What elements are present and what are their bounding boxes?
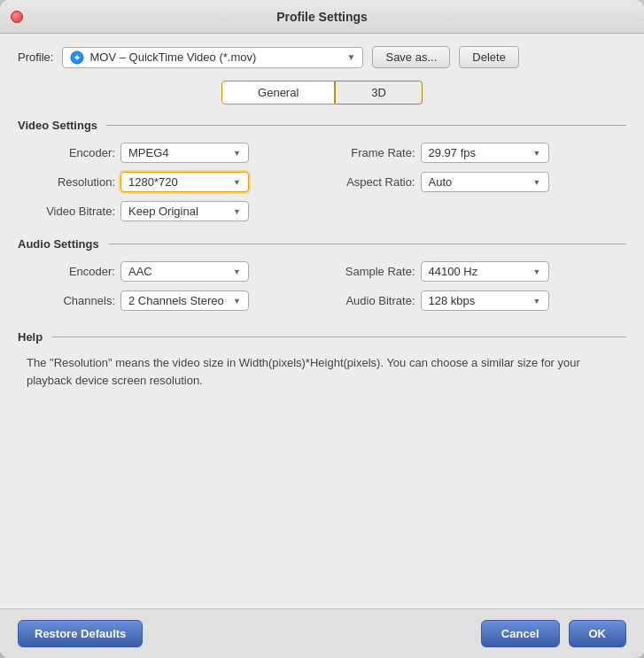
profile-chevron-icon: ▼ [347,52,356,62]
profile-label: Profile: [18,50,53,64]
sample-rate-select[interactable]: 44100 Hz ▼ [421,261,549,282]
video-settings-header: Video Settings [18,119,626,132]
aspect-ratio-value: Auto [429,175,530,189]
video-settings-section: Video Settings Encoder: MPEG4 ▼ Frame Ra… [18,119,626,221]
encoder-label: Encoder: [27,146,115,159]
help-header: Help [18,330,626,344]
footer-right: Cancel OK [481,620,626,647]
footer: Restore Defaults Cancel OK [0,608,644,658]
video-bitrate-row: Video Bitrate: Keep Original ▼ [27,201,318,221]
audio-settings-form: Encoder: AAC ▼ Sample Rate: 44100 Hz ▼ C… [18,261,626,311]
resolution-row: Resolution: 1280*720 ▼ [27,172,318,192]
video-bitrate-label: Video Bitrate: [27,205,115,218]
encoder-select[interactable]: MPEG4 ▼ [120,143,249,163]
channels-select[interactable]: 2 Channels Stereo ▼ [120,290,249,311]
video-bitrate-chevron-icon: ▼ [233,207,241,216]
aspect-ratio-label: Aspect Ratio: [327,175,415,189]
profile-select[interactable]: MOV – QuickTime Video (*.mov) ▼ [62,47,363,68]
channels-label: Channels: [27,294,115,307]
resolution-chevron-icon: ▼ [233,178,241,187]
ok-button[interactable]: OK [569,620,627,647]
close-button[interactable] [11,11,23,23]
frame-rate-select[interactable]: 29.97 fps ▼ [421,143,549,163]
save-as-button[interactable]: Save as... [372,46,450,68]
channels-chevron-icon: ▼ [233,297,241,306]
encoder-row: Encoder: MPEG4 ▼ [27,143,318,163]
resolution-value: 1280*720 [128,175,229,189]
audio-settings-title: Audio Settings [18,237,99,251]
video-bitrate-select[interactable]: Keep Original ▼ [120,201,249,221]
audio-bitrate-value: 128 kbps [429,294,530,307]
audio-settings-section: Audio Settings Encoder: AAC ▼ Sample Rat… [18,237,626,311]
frame-rate-value: 29.97 fps [429,146,530,159]
sample-rate-value: 44100 Hz [429,265,530,278]
resolution-select[interactable]: 1280*720 ▼ [120,172,249,192]
frame-rate-chevron-icon: ▼ [533,149,541,158]
audio-encoder-chevron-icon: ▼ [233,267,241,276]
audio-bitrate-row: Audio Bitrate: 128 kbps ▼ [327,290,618,311]
help-section: Help The "Resolution" means the video si… [18,330,626,389]
audio-settings-divider [108,244,626,244]
audio-encoder-value: AAC [128,265,229,278]
sample-rate-chevron-icon: ▼ [533,267,541,276]
help-title: Help [18,330,43,344]
channels-row: Channels: 2 Channels Stereo ▼ [27,290,318,311]
profile-settings-window: Profile Settings Profile: MOV – QuickTim… [0,0,644,658]
aspect-ratio-row: Aspect Ratio: Auto ▼ [327,172,618,192]
audio-bitrate-chevron-icon: ▼ [533,297,541,306]
video-settings-title: Video Settings [18,119,97,132]
frame-rate-row: Frame Rate: 29.97 fps ▼ [327,143,618,163]
encoder-chevron-icon: ▼ [233,149,241,158]
tabs-row: General 3D [18,81,626,105]
encoder-value: MPEG4 [128,146,229,159]
help-text: The "Resolution" means the video size in… [18,354,626,389]
aspect-ratio-chevron-icon: ▼ [533,178,541,187]
audio-encoder-label: Encoder: [27,265,115,278]
sample-rate-row: Sample Rate: 44100 Hz ▼ [327,261,618,282]
audio-encoder-row: Encoder: AAC ▼ [27,261,318,282]
delete-button[interactable]: Delete [459,46,519,68]
profile-icon [70,50,84,65]
audio-bitrate-select[interactable]: 128 kbps ▼ [421,290,549,311]
frame-rate-label: Frame Rate: [327,146,415,159]
resolution-label: Resolution: [27,175,115,189]
sample-rate-label: Sample Rate: [327,265,415,278]
profile-row: Profile: MOV – QuickTime Video (*.mov) ▼… [18,46,626,68]
cancel-button[interactable]: Cancel [481,620,560,647]
audio-encoder-select[interactable]: AAC ▼ [120,261,249,282]
profile-select-text: MOV – QuickTime Video (*.mov) [89,50,343,64]
video-settings-form: Encoder: MPEG4 ▼ Frame Rate: 29.97 fps ▼ [18,143,626,221]
video-bitrate-value: Keep Original [128,205,229,218]
audio-settings-header: Audio Settings [18,237,626,251]
content-area: Profile: MOV – QuickTime Video (*.mov) ▼… [0,34,644,608]
video-settings-divider [106,125,626,126]
tab-3d[interactable]: 3D [335,81,423,105]
titlebar: Profile Settings [0,0,644,34]
help-divider [51,337,626,337]
restore-defaults-button[interactable]: Restore Defaults [18,620,143,647]
tab-general[interactable]: General [221,81,335,105]
audio-bitrate-label: Audio Bitrate: [327,294,415,307]
aspect-ratio-select[interactable]: Auto ▼ [421,172,549,192]
window-title: Profile Settings [276,10,368,24]
channels-value: 2 Channels Stereo [128,294,229,307]
